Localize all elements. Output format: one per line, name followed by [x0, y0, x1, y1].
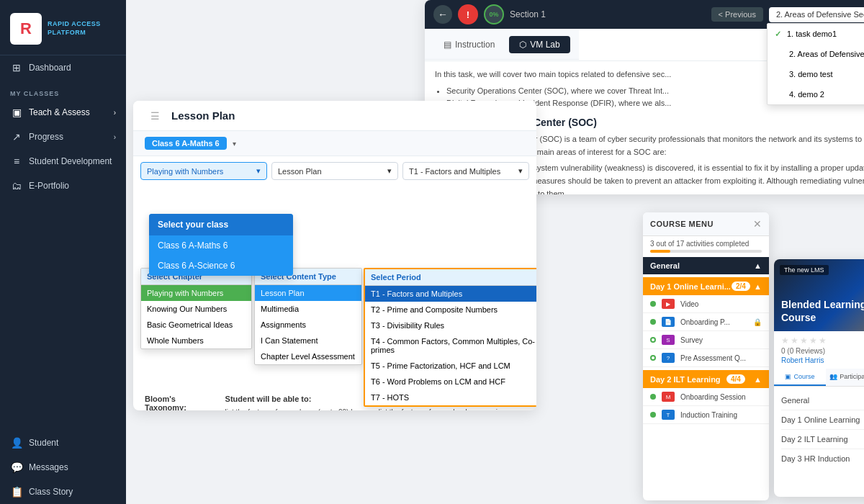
period-item-1[interactable]: T1 - Factors and Multiples — [365, 286, 536, 302]
sidebar-item-messages[interactable]: 💬 Messages — [0, 455, 126, 480]
star-rating: ★ ★ ★ ★ ★ — [774, 331, 864, 347]
course-menu-header: COURSE MENU ✕ — [643, 212, 769, 236]
chevron-right-icon: › — [114, 133, 116, 141]
day1-section[interactable]: Day 1 Online Learni... 2/4 ▲ — [643, 277, 769, 295]
sidebar-item-dashboard[interactable]: ⊞ Dashboard — [0, 55, 126, 80]
chapter-item-3[interactable]: Basic Geometrical Ideas — [141, 317, 251, 333]
section-label: Section 1 — [510, 9, 546, 19]
sidebar-item-progress[interactable]: ↗ Progress › — [0, 125, 126, 149]
training-icon: T — [662, 410, 675, 420]
content-item-1[interactable]: Lesson Plan — [255, 285, 361, 301]
logo-text: rapId access PLatform — [48, 20, 101, 37]
previous-button[interactable]: < Previous — [711, 7, 763, 22]
section-day2[interactable]: Day 2 ILT Learning — [781, 430, 864, 449]
section-general[interactable]: General — [781, 391, 864, 410]
period-popup-header: Select Period — [365, 269, 536, 286]
general-section[interactable]: General ▲ — [643, 257, 769, 274]
survey-icon: S — [662, 335, 675, 345]
chevron-down-icon: ▾ — [233, 140, 236, 148]
period-dropdown[interactable]: T1 - Factors and Multiples ▾ — [402, 162, 529, 180]
section-day1[interactable]: Day 1 Online Learning — [781, 410, 864, 430]
student-icon: 👤 — [10, 437, 23, 449]
chevron-up-icon: ▲ — [754, 261, 762, 270]
student-able-list: list the factors of a number n (up to 20… — [225, 408, 372, 410]
day1-item-survey: S Survey — [643, 331, 769, 349]
tab-vm-lab[interactable]: ⬡ VM Lab — [509, 36, 570, 53]
video-icon: ▶ — [662, 299, 675, 309]
day1-badge: 2/4 — [732, 282, 750, 291]
content-item-5[interactable]: Chapter Level Assessment — [255, 348, 361, 364]
ican-item-0: list the factors of a number by arrangin… — [379, 408, 525, 410]
lock-icon: 🔒 — [753, 318, 762, 326]
instruction-icon: ▤ — [444, 40, 451, 50]
period-item-3[interactable]: T3 - Divisibility Rules — [365, 318, 536, 333]
day2-section[interactable]: Day 2 ILT Learning 4/4 ▲ — [643, 370, 769, 388]
section-dropdown[interactable]: 2. Areas of Defensive Security ▾ — [769, 7, 864, 22]
back-button[interactable]: ← — [433, 5, 452, 24]
period-item-7[interactable]: T7 - HOTS — [365, 390, 536, 405]
onboard-icon: 📄 — [662, 317, 675, 327]
progress-text: 3 out of 17 activities completed — [643, 236, 769, 250]
task-item-1[interactable]: ✓ 1. task demo1 ↻ — [768, 24, 864, 44]
task-item-2[interactable]: 2. Areas of Defensive Security ↻ — [768, 44, 864, 64]
star-1: ★ — [781, 336, 789, 346]
session-icon: M — [662, 392, 675, 402]
period-popup: Select Period T1 - Factors and Multiples… — [364, 268, 536, 407]
chevron-down-icon: ▾ — [518, 166, 523, 176]
chapter-item-1[interactable]: Playing with Numbers — [141, 285, 251, 301]
class-option-1[interactable]: Class 6 A-Maths 6 — [149, 235, 293, 256]
participants-icon: 👥 — [829, 373, 837, 380]
rating-text: 0 (0 Reviews) — [774, 347, 864, 355]
task-item-4[interactable]: 4. demo 2 ↻ — [768, 84, 864, 104]
lp-header: ☰ Lesson Plan — [133, 101, 536, 131]
chapter-popup: Select Chapter Playing with Numbers Know… — [140, 268, 252, 349]
author-name: Robert Harris — [774, 355, 864, 369]
story-icon: 📋 — [10, 486, 23, 498]
period-item-4[interactable]: T4 - Common Factors, Common Multiples, C… — [365, 333, 536, 358]
hamburger-icon[interactable]: ☰ — [145, 110, 166, 122]
chapter-item-4[interactable]: Whole Numbers — [141, 333, 251, 348]
content-item-3[interactable]: Assignments — [255, 317, 361, 333]
content-item-4[interactable]: I Can Statement — [255, 333, 361, 348]
class-badge[interactable]: Class 6 A-Maths 6 — [145, 137, 227, 150]
day2-item-session: M Onboarding Session — [643, 388, 769, 406]
lesson-plan-title: Lesson Plan — [171, 109, 235, 122]
period-item-2[interactable]: T2 - Prime and Composite Numbers — [365, 302, 536, 318]
sidebar-logo: R rapId access PLatform — [0, 0, 126, 55]
day2-item-training: T Induction Training — [643, 406, 769, 424]
sidebar-item-student[interactable]: 👤 Student — [0, 431, 126, 455]
star-5: ★ — [819, 336, 827, 346]
star-3: ★ — [800, 336, 808, 346]
content-type-dropdown[interactable]: Lesson Plan ▾ — [271, 162, 398, 180]
sidebar-item-class-story[interactable]: 📋 Class Story — [0, 480, 126, 504]
tab-instruction[interactable]: ▤ Instruction — [433, 36, 505, 53]
period-item-6[interactable]: T6 - Word Problems on LCM and HCF — [365, 374, 536, 390]
chapter-dropdown[interactable]: Playing with Numbers ▾ — [140, 162, 267, 180]
progress-icon: ↗ — [10, 131, 23, 143]
chevron-down-icon: ▾ — [387, 166, 392, 176]
able-item-0: list the factors of a number n (up to 20… — [225, 408, 372, 410]
close-icon[interactable]: ✕ — [753, 218, 762, 230]
task-item-3[interactable]: 3. demo test ↻ — [768, 64, 864, 84]
blended-tabs: ▣ Course 👥 Participants 📊 Grades 🏆 Compe… — [774, 369, 864, 387]
student-able: Student will be able to: list the factor… — [225, 395, 372, 410]
chevron-up-icon: ▲ — [754, 375, 762, 384]
dropdowns-row: Playing with Numbers ▾ Lesson Plan ▾ T1 … — [133, 156, 536, 186]
sidebar-item-eportfolio[interactable]: 🗂 E-Portfolio — [0, 174, 126, 198]
tab-participants[interactable]: 👥 Participants — [826, 369, 864, 386]
section-day3[interactable]: Day 3 HR Induction — [781, 449, 864, 468]
dot-complete — [650, 412, 656, 418]
content-item-2[interactable]: Multimedia — [255, 301, 361, 317]
sidebar-item-student-dev[interactable]: ≡ Student Development — [0, 149, 126, 174]
sidebar-item-teach-assess[interactable]: ▣ Teach & Assess › — [0, 100, 126, 125]
blended-hero: The new LMS Blended Learning Course — [774, 259, 864, 331]
class-option-2[interactable]: Class 6 A-Science 6 — [149, 256, 293, 276]
alert-icon: ! — [458, 4, 478, 24]
tab-course[interactable]: ▣ Course — [774, 369, 826, 386]
lesson-plan-card: ☰ Lesson Plan Class 6 A-Maths 6 ▾ Select… — [133, 101, 536, 410]
dashboard-icon: ⊞ — [10, 62, 23, 73]
bloom-taxonomy: Bloom's Taxonomy: Remember Understand An… — [145, 395, 218, 410]
main-area: ← ! 0% Section 1 < Previous 2. Areas of … — [126, 0, 864, 504]
chapter-item-2[interactable]: Knowing Our Numbers — [141, 301, 251, 317]
period-item-5[interactable]: T5 - Prime Factorization, HCF and LCM — [365, 358, 536, 374]
